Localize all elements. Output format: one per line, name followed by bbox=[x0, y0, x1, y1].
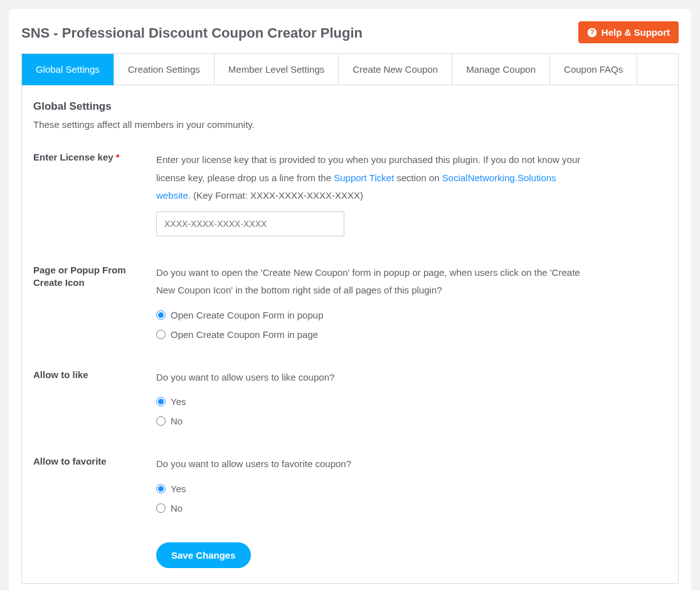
panel-description: These settings affect all members in you… bbox=[33, 119, 667, 130]
tab-manage-coupon[interactable]: Manage Coupon bbox=[452, 54, 550, 85]
field-allow-like: Allow to like Do you want to allow users… bbox=[33, 369, 667, 428]
allow-favorite-option-yes[interactable]: Yes bbox=[171, 482, 186, 495]
field-allow-favorite: Allow to favorite Do you want to allow u… bbox=[33, 455, 667, 515]
allow-like-radio-no[interactable] bbox=[156, 416, 166, 426]
license-key-input[interactable] bbox=[156, 211, 344, 236]
license-desc-2: section on bbox=[394, 172, 442, 183]
license-desc-3: . (Key Format: XXXX-XXXX-XXXX-XXXX) bbox=[188, 190, 363, 201]
open-form-option-page[interactable]: Open Create Coupon Form in page bbox=[171, 328, 318, 341]
allow-like-radio-yes[interactable] bbox=[156, 397, 166, 406]
allow-like-option-yes[interactable]: Yes bbox=[171, 395, 186, 408]
allow-favorite-desc: Do you want to allow users to favorite c… bbox=[156, 458, 351, 469]
field-license-key: Enter License key * Enter your license k… bbox=[33, 151, 667, 236]
help-icon: ? bbox=[587, 28, 597, 38]
support-ticket-link[interactable]: Support Ticket bbox=[334, 172, 394, 183]
allow-like-desc: Do you want to allow users to like coupo… bbox=[156, 372, 334, 382]
required-mark: * bbox=[116, 152, 120, 162]
settings-panel: Global Settings These settings affect al… bbox=[21, 85, 679, 584]
tab-coupon-faqs[interactable]: Coupon FAQs bbox=[550, 54, 637, 85]
svg-text:?: ? bbox=[590, 28, 595, 36]
allow-favorite-option-no[interactable]: No bbox=[171, 502, 183, 515]
save-changes-button[interactable]: Save Changes bbox=[156, 542, 251, 568]
tab-spacer bbox=[637, 54, 678, 85]
settings-card: SNS - Professional Discount Coupon Creat… bbox=[9, 9, 691, 590]
help-support-button[interactable]: ? Help & Support bbox=[578, 21, 679, 43]
open-form-radio-popup[interactable] bbox=[156, 310, 166, 320]
allow-favorite-radio-no[interactable] bbox=[156, 503, 166, 513]
allow-favorite-label: Allow to favorite bbox=[33, 455, 156, 468]
tabs: Global Settings Creation Settings Member… bbox=[21, 53, 679, 85]
allow-like-option-no[interactable]: No bbox=[171, 414, 183, 428]
open-form-desc: Do you want to open the 'Create New Coup… bbox=[156, 267, 580, 296]
license-key-label: Enter License key * bbox=[33, 151, 156, 164]
allow-like-label: Allow to like bbox=[33, 369, 156, 381]
tab-global-settings[interactable]: Global Settings bbox=[22, 54, 114, 85]
open-form-label: Page or Popup From Create Icon bbox=[33, 264, 156, 290]
tab-create-new-coupon[interactable]: Create New Coupon bbox=[339, 54, 452, 85]
allow-favorite-radio-yes[interactable] bbox=[156, 484, 166, 493]
field-open-form: Page or Popup From Create Icon Do you wa… bbox=[33, 264, 667, 341]
help-support-label: Help & Support bbox=[602, 27, 670, 38]
page-title: SNS - Professional Discount Coupon Creat… bbox=[21, 25, 363, 41]
tab-member-level-settings[interactable]: Member Level Settings bbox=[215, 54, 339, 85]
open-form-radio-page[interactable] bbox=[156, 330, 166, 339]
tab-creation-settings[interactable]: Creation Settings bbox=[114, 54, 215, 85]
open-form-option-popup[interactable]: Open Create Coupon Form in popup bbox=[171, 308, 323, 322]
panel-title: Global Settings bbox=[33, 100, 667, 113]
